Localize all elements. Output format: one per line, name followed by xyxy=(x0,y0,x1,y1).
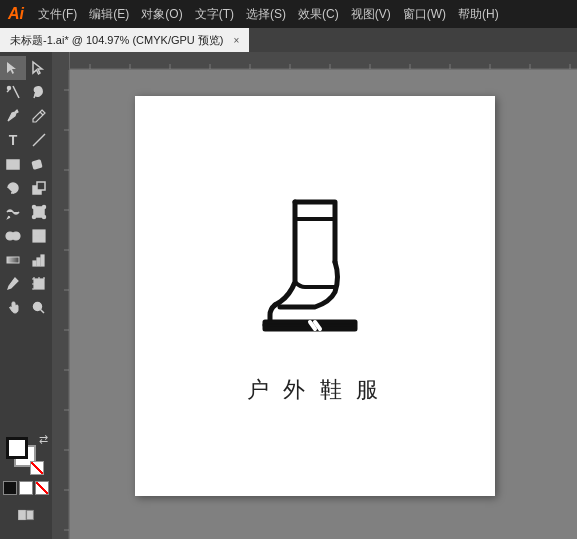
menu-select[interactable]: 选择(S) xyxy=(240,2,292,27)
svg-rect-35 xyxy=(19,510,26,519)
left-ruler xyxy=(52,52,70,539)
white-swatch[interactable] xyxy=(19,481,33,495)
menu-bar: 文件(F) 编辑(E) 对象(O) 文字(T) 选择(S) 效果(C) 视图(V… xyxy=(32,2,569,27)
pencil-tool[interactable] xyxy=(26,104,52,128)
svg-line-4 xyxy=(33,134,45,146)
direct-select-tool[interactable] xyxy=(26,56,52,80)
swap-colors-icon[interactable]: ⇄ xyxy=(39,433,48,446)
svg-point-12 xyxy=(33,216,36,219)
artwork-label: 户 外 鞋 服 xyxy=(247,375,381,405)
menu-edit[interactable]: 编辑(E) xyxy=(83,2,135,27)
canvas-area[interactable]: 户 外 鞋 服 xyxy=(52,52,577,539)
menu-type[interactable]: 文字(T) xyxy=(189,2,240,27)
svg-rect-6 xyxy=(32,160,42,169)
svg-rect-36 xyxy=(27,510,34,519)
main-layout: T xyxy=(0,52,577,539)
svg-rect-8 xyxy=(37,182,45,190)
tool-row-hand xyxy=(0,296,52,320)
tool-row-wand xyxy=(0,80,52,104)
tool-row-type: T xyxy=(0,128,52,152)
graph-tool[interactable] xyxy=(26,248,52,272)
mesh-tool[interactable] xyxy=(26,224,52,248)
svg-line-3 xyxy=(40,112,43,115)
svg-point-11 xyxy=(43,206,46,209)
zoom-tool[interactable] xyxy=(26,296,52,320)
tool-row-warp xyxy=(0,200,52,224)
scale-tool[interactable] xyxy=(26,176,52,200)
svg-rect-24 xyxy=(34,279,44,289)
artboard-tool[interactable] xyxy=(26,272,52,296)
tool-row-transform xyxy=(0,176,52,200)
shape-builder-tool[interactable] xyxy=(0,224,26,248)
svg-line-1 xyxy=(7,90,9,92)
title-bar: Ai 文件(F) 编辑(E) 对象(O) 文字(T) 选择(S) 效果(C) 视… xyxy=(0,0,577,28)
line-tool[interactable] xyxy=(26,128,52,152)
tab-label: 未标题-1.ai* @ 104.97% (CMYK/GPU 预览) xyxy=(10,33,224,48)
select-tool[interactable] xyxy=(0,56,26,80)
svg-point-13 xyxy=(43,216,46,219)
small-color-boxes xyxy=(3,481,49,495)
lasso-tool[interactable] xyxy=(26,80,52,104)
warp-tool[interactable] xyxy=(0,200,26,224)
left-toolbar: T xyxy=(0,52,52,539)
svg-point-15 xyxy=(12,232,20,240)
rectangle-tool[interactable] xyxy=(0,152,26,176)
type-tool[interactable]: T xyxy=(0,128,26,152)
svg-line-32 xyxy=(41,310,45,314)
magic-wand-tool[interactable] xyxy=(0,80,26,104)
tool-row-pen xyxy=(0,104,52,128)
none-swatch[interactable] xyxy=(30,461,44,475)
tool-row-shapes xyxy=(0,152,52,176)
pen-tool[interactable] xyxy=(0,104,26,128)
svg-rect-22 xyxy=(41,255,44,266)
menu-object[interactable]: 对象(O) xyxy=(135,2,188,27)
screen-mode-area xyxy=(6,503,46,527)
menu-view[interactable]: 视图(V) xyxy=(345,2,397,27)
eyedropper-tool[interactable] xyxy=(0,272,26,296)
tab-bar: 未标题-1.ai* @ 104.97% (CMYK/GPU 预览) × xyxy=(0,28,577,52)
boot-artwork xyxy=(235,187,395,351)
svg-point-2 xyxy=(8,87,11,90)
tab-close-button[interactable]: × xyxy=(234,35,240,46)
stroke-swatch[interactable] xyxy=(6,437,28,459)
svg-rect-20 xyxy=(33,261,36,266)
artboard: 户 外 鞋 服 xyxy=(135,96,495,496)
rotate-tool[interactable] xyxy=(0,176,26,200)
tool-row-gradient xyxy=(0,248,52,272)
hand-tool[interactable] xyxy=(0,296,26,320)
menu-file[interactable]: 文件(F) xyxy=(32,2,83,27)
tool-row-select xyxy=(0,56,52,80)
svg-point-10 xyxy=(33,206,36,209)
stroke-fill-area[interactable]: ⇄ xyxy=(6,437,46,477)
tool-row-eyedrop xyxy=(0,272,52,296)
tool-row-shapebuilder xyxy=(0,224,52,248)
menu-window[interactable]: 窗口(W) xyxy=(397,2,452,27)
none-small-swatch[interactable] xyxy=(35,481,49,495)
svg-rect-5 xyxy=(7,160,19,169)
active-tab[interactable]: 未标题-1.ai* @ 104.97% (CMYK/GPU 预览) × xyxy=(0,28,249,52)
top-ruler xyxy=(52,52,577,70)
menu-effect[interactable]: 效果(C) xyxy=(292,2,345,27)
svg-rect-21 xyxy=(37,258,40,266)
ai-logo: Ai xyxy=(8,5,24,23)
black-swatch[interactable] xyxy=(3,481,17,495)
color-swatches: ⇄ xyxy=(3,433,49,535)
svg-rect-19 xyxy=(7,257,19,263)
gradient-tool[interactable] xyxy=(0,248,26,272)
eraser-tool[interactable] xyxy=(26,152,52,176)
menu-help[interactable]: 帮助(H) xyxy=(452,2,505,27)
svg-line-0 xyxy=(13,86,19,98)
screen-mode-button[interactable] xyxy=(6,503,46,527)
free-transform-tool[interactable] xyxy=(26,200,52,224)
